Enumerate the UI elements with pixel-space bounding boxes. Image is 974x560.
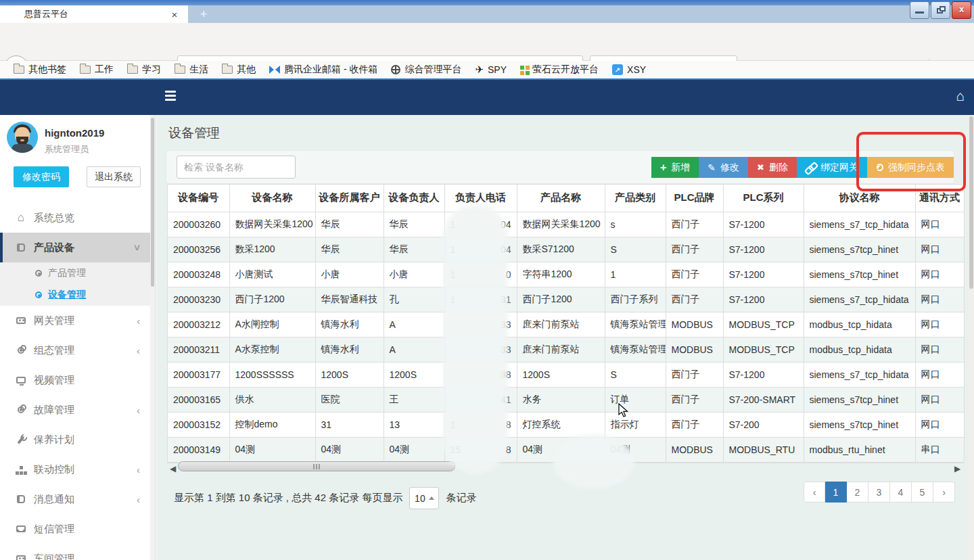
column-header[interactable]: PLC品牌 — [666, 185, 723, 212]
column-header[interactable]: PLC系列 — [723, 185, 804, 212]
cell-name: 小唐测试 — [229, 262, 315, 287]
bookmark-item[interactable]: 工作 — [74, 62, 119, 78]
cell-id: 200003260 — [168, 212, 229, 237]
修改-button[interactable]: ✎修改 — [699, 157, 748, 178]
table-row[interactable]: 200003260数据网关采集1200华辰华辰104数据网关采集1200s西门子… — [168, 212, 964, 237]
sidebar-menu: ⌂系统总览产品设备˅产品管理设备管理网关管理‹组态管理‹视频管理故障管理‹保养计… — [0, 203, 151, 560]
sidebar-item-短信管理[interactable]: 短信管理 — [0, 514, 151, 544]
bookmark-item[interactable]: ✈SPY — [469, 62, 512, 78]
bookmark-label: 其他书签 — [28, 64, 66, 76]
pager-next[interactable]: › — [933, 482, 955, 503]
pager-prev[interactable]: ‹ — [804, 482, 825, 503]
cell-product: 庶来门前泵站 — [517, 312, 605, 337]
table-row[interactable]: 2000031771200SSSSSS1200S1200S881200SS西门子… — [168, 362, 964, 387]
pencil-icon: ✎ — [708, 162, 716, 173]
column-header[interactable]: 设备所属客户 — [315, 185, 384, 212]
table-row[interactable]: 200003230西门子1200华辰智通科技孔131西门子1200西门子系列西门… — [168, 287, 964, 312]
table-row[interactable]: 200003165供水医院王41水务订单西门子S7-200-SMARTsieme… — [168, 387, 964, 412]
sidebar-item-组态管理[interactable]: 组态管理‹ — [0, 335, 151, 365]
video-icon — [15, 315, 27, 326]
cell-name: A水泵控制 — [229, 337, 315, 362]
cell-protocol: siemens_s7tcp_hinet — [804, 237, 915, 262]
pager-page-2[interactable]: 2 — [847, 482, 868, 503]
bookmark-label: 学习 — [142, 64, 161, 76]
table-row[interactable]: 200003248小唐测试小唐小唐10字符串12001西门子S7-1200sie… — [168, 262, 964, 287]
column-header[interactable]: 产品名称 — [517, 185, 605, 212]
cell-product: 水务 — [517, 387, 605, 412]
sidebar-item-保养计划[interactable]: 保养计划 — [0, 425, 151, 454]
column-header[interactable]: 通讯方式 — [915, 185, 964, 212]
sidebar-item-消息通知[interactable]: 消息通知‹ — [0, 484, 151, 514]
强制同步点表-button[interactable]: 强制同步点表 — [867, 157, 954, 178]
folder-icon — [14, 66, 24, 74]
cell-product: 西门子1200 — [517, 287, 605, 312]
column-header[interactable]: 协议名称 — [804, 185, 915, 212]
table-row[interactable]: 200003212A水闸控制镇海水利A33庶来门前泵站镇海泵站管理MODBUSM… — [168, 312, 964, 337]
sidebar-item-视频管理[interactable]: 视频管理 — [0, 365, 151, 395]
mail-icon — [15, 523, 27, 534]
pager-page-1[interactable]: 1 — [825, 482, 847, 503]
column-header[interactable]: 设备负责人 — [384, 185, 444, 212]
page-scrollbar[interactable] — [969, 115, 974, 560]
pager-page-5[interactable]: 5 — [912, 482, 933, 503]
table-row[interactable]: 200003211A水泵控制镇海水利A33庶来门前泵站镇海泵站管理MODBUSM… — [168, 337, 964, 362]
window-close-button[interactable]: x — [952, 1, 971, 19]
avatar[interactable] — [7, 122, 38, 153]
table-row[interactable]: 200003256数采1200华辰华辰104数采S71200S西门子S7-120… — [168, 237, 964, 262]
bookmark-item[interactable]: 综合管理平台 — [386, 62, 467, 78]
folder-icon — [175, 66, 185, 74]
bookmark-item[interactable]: 腾讯企业邮箱 - 收件箱 — [264, 62, 383, 78]
cell-comm: 网口 — [915, 287, 964, 312]
hscroll-left-arrow[interactable]: ◀ — [170, 464, 176, 473]
bookmark-item[interactable]: 其他 — [216, 62, 261, 78]
sidebar-item-故障管理[interactable]: 故障管理‹ — [0, 395, 151, 425]
column-header[interactable]: 设备名称 — [229, 185, 315, 212]
sidebar-scrollbar[interactable] — [150, 115, 155, 560]
button-label: 强制同步点表 — [888, 162, 945, 174]
新增-button[interactable]: +新增 — [651, 157, 699, 178]
cell-customer: 镇海水利 — [315, 312, 384, 337]
hscroll-thumb[interactable] — [178, 461, 455, 471]
bookmark-item[interactable]: ↗XSY — [607, 62, 651, 78]
summary-suffix: 条记录 — [446, 492, 476, 505]
window-restore-button[interactable] — [931, 1, 950, 19]
column-header[interactable]: 产品类别 — [605, 185, 666, 212]
sidebar-item-系统总览[interactable]: ⌂系统总览 — [0, 203, 151, 233]
cell-name: 04测 — [229, 437, 315, 462]
dot-circle-icon — [35, 270, 42, 277]
sidebar-collapse-icon[interactable] — [165, 89, 180, 105]
window-minimize-button[interactable] — [910, 1, 929, 19]
submenu-item-产品管理[interactable]: 产品管理 — [0, 262, 151, 284]
browser-tab[interactable]: 思普云平台 × — [0, 5, 188, 23]
pager-page-3[interactable]: 3 — [868, 482, 890, 503]
app-home-icon[interactable]: ⌂ — [956, 88, 965, 104]
column-header[interactable]: 设备编号 — [168, 185, 229, 212]
chevron-icon: ‹ — [137, 315, 140, 327]
sidebar-item-车间管理[interactable]: 车间管理 — [0, 544, 151, 560]
sidebar-item-联动控制[interactable]: 联动控制‹ — [0, 454, 151, 484]
tab-close-icon[interactable]: × — [168, 9, 181, 20]
column-header[interactable]: 负责人电话 — [444, 185, 517, 212]
cell-plc_series: MODBUS_RTU — [723, 437, 804, 462]
bookmark-item[interactable]: 其他书签 — [8, 62, 72, 78]
submenu-item-设备管理[interactable]: 设备管理 — [0, 284, 151, 306]
change-password-button[interactable]: 修改密码 — [14, 166, 69, 187]
logout-button[interactable]: 退出系统 — [87, 166, 141, 187]
pager-page-4[interactable]: 4 — [890, 482, 912, 503]
sidebar-item-产品设备[interactable]: 产品设备˅ — [0, 233, 151, 262]
sidebar-item-label: 产品设备 — [34, 241, 74, 254]
bookmark-item[interactable]: 学习 — [122, 62, 166, 78]
删除-button[interactable]: ✖删除 — [748, 157, 797, 178]
page-size-select[interactable]: 10 — [409, 487, 439, 509]
table-row[interactable]: 20000314904测04测04测15804测04测MODBUSMODBUS_… — [168, 437, 964, 462]
绑定网关-button[interactable]: 绑定网关 — [797, 157, 867, 178]
device-search-input[interactable] — [177, 156, 296, 179]
sidebar-item-网关管理[interactable]: 网关管理‹ — [0, 306, 151, 335]
bookmark-item[interactable]: 萤石云开放平台 — [515, 62, 604, 78]
new-tab-button[interactable]: + — [195, 7, 212, 22]
cell-owner: A — [384, 312, 444, 337]
bookmark-item[interactable]: 生活 — [169, 62, 214, 78]
hscroll-right-arrow[interactable]: ▶ — [954, 464, 960, 473]
table-row[interactable]: 200003152控制demo311318灯控系统指示灯西门子S7-200sie… — [168, 412, 964, 437]
cell-id: 200003248 — [168, 262, 229, 287]
